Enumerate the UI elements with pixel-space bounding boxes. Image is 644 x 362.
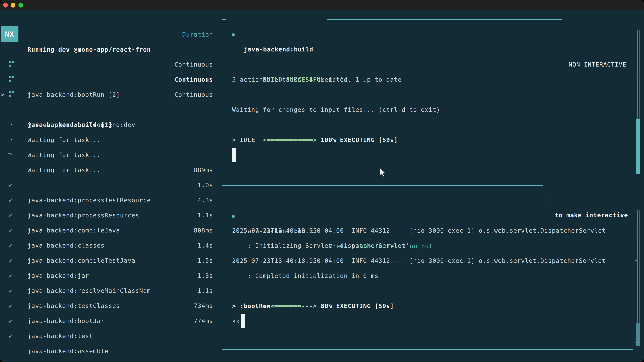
task-duration: 1.1s bbox=[198, 283, 213, 298]
done-task-row[interactable]: ✔ java-backend:assemble 774ms bbox=[0, 313, 218, 329]
task-duration: 1.0s bbox=[198, 178, 213, 193]
duration-column-header: Duration bbox=[182, 27, 213, 42]
task-duration: 774ms bbox=[194, 313, 213, 329]
task-duration: 1.3s bbox=[198, 268, 213, 283]
build-waiting-line: Waiting for changes to input files... (c… bbox=[232, 102, 440, 117]
done-task-row[interactable]: ✔ java-backend:bootJar 1.1s bbox=[0, 283, 218, 298]
task-duration: 4.3s bbox=[198, 193, 213, 208]
done-task-row[interactable]: ✔ java-backend:compileTestJava 808ms bbox=[0, 223, 218, 238]
spinner-icon bbox=[10, 61, 11, 63]
minimize-button[interactable] bbox=[11, 3, 16, 7]
spinner-icon bbox=[10, 91, 11, 93]
task-duration: Continuous bbox=[174, 87, 213, 102]
task-name: java-backend:test bbox=[28, 329, 93, 344]
progress-label: 80% EXECUTING [59s] bbox=[321, 303, 394, 309]
build-idle-line: > IDLE bbox=[232, 132, 255, 147]
task-duration: 889ms bbox=[194, 163, 213, 178]
progress-suffix: ---> bbox=[302, 303, 317, 309]
progress-bar: ═══════ bbox=[274, 303, 302, 309]
build-scrollbar-track[interactable] bbox=[637, 30, 640, 119]
task-dot-icon: ● bbox=[232, 27, 235, 42]
close-button[interactable] bbox=[3, 3, 8, 7]
sidebar-title: Running dev @mono-app/react-fron bbox=[28, 42, 151, 57]
page-prev-button[interactable]: ← bbox=[6, 359, 10, 362]
build-panel-title: java-backend:build bbox=[244, 42, 313, 57]
stdin-input-text[interactable]: kk bbox=[232, 314, 240, 329]
build-tasks-summary: 5 actionable tasks: 4 executed, 1 up-to-… bbox=[232, 72, 402, 87]
sidebar-bottombar: ← 1/2 → quit: q help: ? bbox=[0, 344, 218, 359]
window-titlebar[interactable] bbox=[0, 0, 644, 10]
mode-badge: NON-INTERACTIVE bbox=[568, 57, 626, 72]
terminal-window: NX Running dev @mono-app/react-fron Dura… bbox=[0, 0, 644, 362]
terminal-screen: NX Running dev @mono-app/react-fron Dura… bbox=[0, 10, 644, 362]
gradle-prompt-line: > :bootRun bbox=[232, 299, 271, 314]
task-duration: 734ms bbox=[194, 298, 213, 313]
log-line: 2025-07-23T13:40:18.950-04:00 INFO 44312… bbox=[232, 253, 606, 268]
bootrun-panel-titlebar: ● java-backend:bootRun Press <tab> to fo… bbox=[222, 193, 641, 209]
waiting-bullet-icon: · bbox=[10, 147, 14, 163]
bootrun-progress-line: <<<═══════---> 80% EXECUTING [59s] bbox=[232, 283, 394, 299]
build-success-line: BUILD SUCCESSFUL in 1s bbox=[232, 57, 348, 72]
pending-task-label: Waiting for task... bbox=[28, 147, 101, 163]
check-icon: ✔ bbox=[9, 329, 12, 344]
log-line: : Initializing Servlet 'dispatcherServle… bbox=[232, 238, 410, 253]
mouse-cursor bbox=[379, 168, 387, 178]
done-task-row[interactable]: ✔ java-backend:processTestResource 889ms bbox=[0, 163, 218, 178]
log-line: 2025-07-23T13:40:18.950-04:00 INFO 44312… bbox=[232, 223, 606, 238]
done-task-row[interactable]: ✔ java-backend:test 734ms bbox=[0, 298, 218, 313]
task-row-frontend-dev[interactable]: @mono-app/react-frontend:dev Continuous bbox=[0, 87, 218, 102]
bootrun-panel-bottom-border bbox=[222, 349, 632, 350]
bootrun-scrollbar-track[interactable] bbox=[637, 210, 640, 323]
task-dot-icon: ● bbox=[232, 209, 235, 224]
task-duration: 808ms bbox=[194, 223, 213, 238]
build-panel-titlebar: ● java-backend:build NON-INTERACTIVE ↑ bbox=[222, 12, 641, 27]
build-panel-footer: i to make interactive ↓ bbox=[222, 177, 641, 193]
pending-task-row: · Waiting for task... bbox=[0, 102, 218, 117]
log-line: : Completed initialization in 0 ms bbox=[232, 268, 378, 283]
task-duration: 1.4s bbox=[198, 238, 213, 253]
bootrun-scrollbar-thumb[interactable] bbox=[636, 323, 640, 346]
task-duration: 1.5s bbox=[198, 253, 213, 268]
build-progress-line: <════════════> 100% EXECUTING [59s] bbox=[232, 117, 398, 132]
done-task-row[interactable]: ✔ java-backend:compileJava 4.3s bbox=[0, 193, 218, 208]
done-task-row[interactable]: ✔ java-backend:jar 1.4s bbox=[0, 238, 218, 253]
progress-label: 100% EXECUTING [59s] bbox=[321, 136, 398, 143]
task-row-build-selected[interactable]: > java-backend:build [1] Continuous bbox=[0, 72, 218, 87]
done-task-row[interactable]: ✔ java-backend:classes 1.1s bbox=[0, 208, 218, 223]
done-task-row[interactable]: ✔ java-backend:processResources 1.0s bbox=[0, 178, 218, 193]
interactive-hint: to make interactive bbox=[555, 208, 628, 223]
done-task-row[interactable]: ✔ java-backend:testClasses 1.3s bbox=[0, 268, 218, 283]
terminal-cursor bbox=[241, 314, 245, 328]
task-duration: Continuous bbox=[174, 57, 213, 72]
task-duration: 1.1s bbox=[198, 208, 213, 223]
pending-task-row: · Waiting for task... bbox=[0, 117, 218, 132]
done-task-row[interactable]: ✔ java-backend:resolveMainClassNam 1.5s bbox=[0, 253, 218, 268]
terminal-cursor bbox=[232, 148, 236, 162]
build-scrollbar-thumb[interactable] bbox=[636, 119, 640, 174]
task-row-bootrun[interactable]: java-backend:bootRun [2] Continuous bbox=[0, 57, 218, 72]
sidebar-header: Running dev @mono-app/react-fron Duratio… bbox=[0, 27, 218, 42]
pending-task-row: · Waiting for task... bbox=[0, 132, 218, 147]
task-duration: Continuous bbox=[174, 72, 213, 87]
spinner-icon bbox=[10, 76, 11, 78]
progress-bar: <════════════> bbox=[263, 136, 317, 143]
zoom-button[interactable] bbox=[18, 3, 23, 7]
